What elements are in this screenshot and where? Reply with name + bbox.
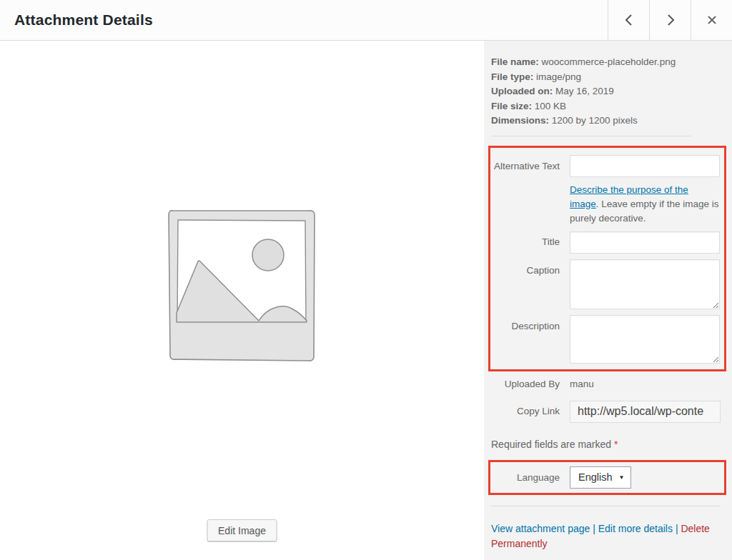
alt-text-label: Alternative Text [491,155,560,226]
file-size-value: 100 KB [535,101,566,111]
attachment-actions: View attachment page | Edit more details… [491,521,721,551]
annotation-box-language: Language English ▼ [488,460,726,495]
uploaded-on-row: Uploaded on: May 16, 2019 [491,84,721,99]
attachment-details-modal: Attachment Details [0,0,732,560]
alt-text-input[interactable] [570,155,720,177]
modal-header: Attachment Details [0,0,732,41]
copy-link-label: Copy Link [491,401,560,423]
edit-image-button[interactable]: Edit Image [207,519,277,541]
attachment-meta: File name: woocommerce-placeholder.png F… [491,55,721,129]
page-title: Attachment Details [0,11,153,29]
uploaded-by-row: Uploaded By manu [491,378,721,390]
uploaded-on-label: Uploaded on: [491,86,553,96]
language-selected-value: English [578,471,613,483]
title-row: Title [491,231,720,254]
dimensions-value: 1200 by 1200 pixels [552,115,638,126]
language-control: English ▼ [570,466,720,489]
link-separator-2: | [676,523,678,534]
attachment-details-sidebar: File name: woocommerce-placeholder.png F… [484,41,732,560]
language-label: Language [491,466,560,489]
copy-link-input[interactable] [570,401,721,423]
alt-text-row: Alternative Text Describe the purpose of… [491,155,720,226]
file-size-row: File size: 100 KB [491,99,721,114]
file-type-label: File type: [491,71,533,82]
woocommerce-placeholder-image [163,204,320,366]
required-note-text: Required fields are marked [491,439,611,450]
dimensions-row: Dimensions: 1200 by 1200 pixels [491,114,721,129]
uploaded-by-label: Uploaded By [491,378,560,390]
description-label: Description [491,315,560,364]
title-input[interactable] [570,231,720,254]
uploaded-on-value: May 16, 2019 [555,86,614,96]
meta-divider [491,136,691,136]
alt-text-help: Describe the purpose of the image. Leave… [570,183,720,226]
previous-attachment-button[interactable] [608,0,649,40]
file-name-row: File name: woocommerce-placeholder.png [491,55,721,70]
close-icon [707,15,717,25]
view-attachment-page-link[interactable]: View attachment page [491,523,590,534]
annotation-box-fields: Alternative Text Describe the purpose of… [488,146,726,371]
edit-more-details-link[interactable]: Edit more details [598,523,673,534]
caption-label: Caption [491,259,560,309]
file-name-label: File name: [491,56,539,67]
alt-text-control: Describe the purpose of the image. Leave… [570,155,720,226]
caption-control [570,259,720,309]
file-type-value: image/png [536,71,581,82]
required-asterisk: * [614,439,618,450]
description-row: Description [491,315,720,364]
modal-body: Edit Image File name: woocommerce-placeh… [0,41,732,560]
header-nav [608,0,732,40]
language-select[interactable]: English ▼ [570,466,631,489]
title-label: Title [491,231,560,254]
description-textarea[interactable] [570,315,720,364]
dropdown-arrow-icon: ▼ [619,474,625,481]
dimensions-label: Dimensions: [491,115,549,126]
link-separator-1: | [593,523,595,534]
description-control [570,315,720,364]
caption-textarea[interactable] [570,259,720,309]
caption-row: Caption [491,259,720,309]
chevron-left-icon [624,14,634,26]
attachment-preview-panel: Edit Image [0,41,484,560]
file-size-label: File size: [491,101,532,111]
required-fields-note: Required fields are marked * [491,439,721,450]
chevron-right-icon [666,14,676,26]
title-control [570,231,720,254]
copy-link-row: Copy Link [491,401,721,423]
file-name-value: woocommerce-placeholder.png [542,56,676,67]
uploaded-by-value: manu [570,378,594,390]
file-type-row: File type: image/png [491,70,721,85]
copy-link-control [570,401,721,423]
actions-divider [491,506,721,506]
language-row: Language English ▼ [491,466,720,489]
close-modal-button[interactable] [691,0,732,40]
next-attachment-button[interactable] [649,0,691,40]
